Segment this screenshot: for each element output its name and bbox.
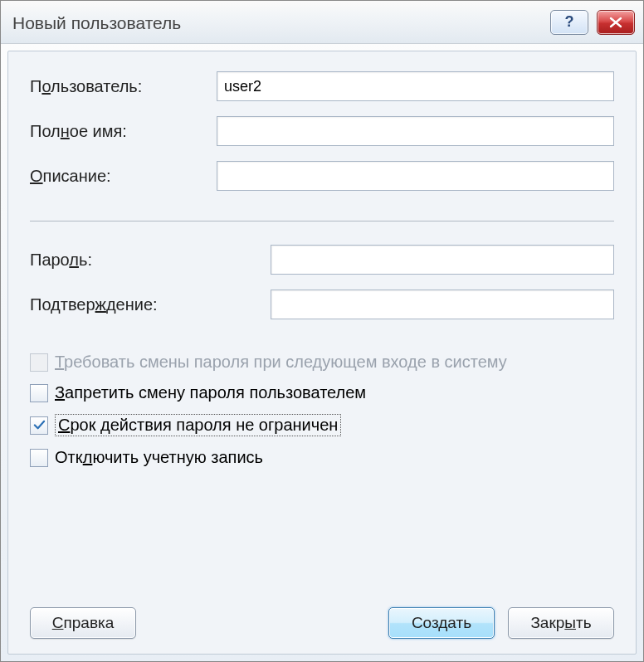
help-button[interactable]: Справка bbox=[30, 607, 136, 639]
fullname-input[interactable] bbox=[217, 116, 614, 146]
password-input[interactable] bbox=[271, 245, 614, 275]
spacer bbox=[30, 479, 614, 599]
close-icon[interactable] bbox=[597, 10, 635, 35]
dialog-window: Новый пользователь ? Пользователь: Полно… bbox=[0, 0, 644, 662]
user-input[interactable] bbox=[217, 71, 614, 101]
titlebar: Новый пользователь ? bbox=[1, 1, 643, 44]
check-disable-account-box[interactable] bbox=[30, 449, 48, 467]
separator bbox=[30, 221, 614, 221]
check-require-change-box bbox=[30, 353, 48, 372]
dialog-client-area: Пользователь: Полное имя: Описание: Паро… bbox=[7, 51, 637, 655]
check-no-change-label: Запретить смену пароля пользователем bbox=[55, 383, 366, 402]
check-no-change-box[interactable] bbox=[30, 384, 48, 402]
help-icon[interactable]: ? bbox=[550, 10, 588, 35]
password-label: Пароль: bbox=[30, 251, 217, 270]
check-disable-account-label: Отключить учетную запись bbox=[55, 448, 263, 467]
check-no-change[interactable]: Запретить смену пароля пользователем bbox=[30, 383, 614, 402]
row-fullname: Полное имя: bbox=[30, 116, 614, 146]
user-label: Пользователь: bbox=[30, 77, 217, 96]
close-button[interactable]: Закрыть bbox=[508, 607, 614, 639]
fullname-label: Полное имя: bbox=[30, 122, 217, 141]
titlebar-buttons: ? bbox=[550, 10, 635, 35]
check-require-change-label: Требовать смены пароля при следующем вхо… bbox=[55, 353, 507, 372]
row-confirm: Подтверждение: bbox=[30, 290, 614, 319]
check-never-expire-label: Срок действия пароля не ограничен bbox=[55, 414, 341, 436]
button-row: Справка Создать Закрыть bbox=[30, 599, 614, 639]
row-user: Пользователь: bbox=[30, 71, 614, 101]
checkbox-group: Требовать смены пароля при следующем вхо… bbox=[30, 353, 614, 479]
window-title: Новый пользователь bbox=[12, 12, 550, 33]
check-require-change: Требовать смены пароля при следующем вхо… bbox=[30, 353, 614, 372]
description-input[interactable] bbox=[217, 161, 614, 191]
create-button[interactable]: Создать bbox=[388, 607, 495, 639]
description-label: Описание: bbox=[30, 167, 217, 186]
confirm-input[interactable] bbox=[271, 290, 614, 319]
check-disable-account[interactable]: Отключить учетную запись bbox=[30, 448, 614, 467]
confirm-label: Подтверждение: bbox=[30, 295, 217, 314]
row-password: Пароль: bbox=[30, 245, 614, 275]
row-description: Описание: bbox=[30, 161, 614, 191]
check-never-expire[interactable]: Срок действия пароля не ограничен bbox=[30, 414, 614, 436]
check-never-expire-box[interactable] bbox=[30, 416, 48, 435]
